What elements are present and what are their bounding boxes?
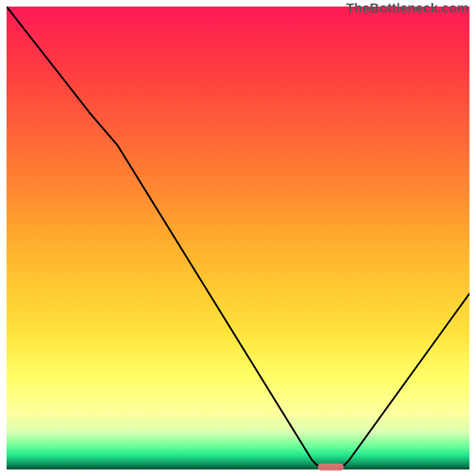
chart-frame: TheBottleneck.com <box>0 0 476 476</box>
watermark-text: TheBottleneck.com <box>346 1 469 16</box>
bottleneck-curve <box>7 7 469 469</box>
plot-area <box>7 7 469 469</box>
optimal-marker <box>318 464 344 471</box>
